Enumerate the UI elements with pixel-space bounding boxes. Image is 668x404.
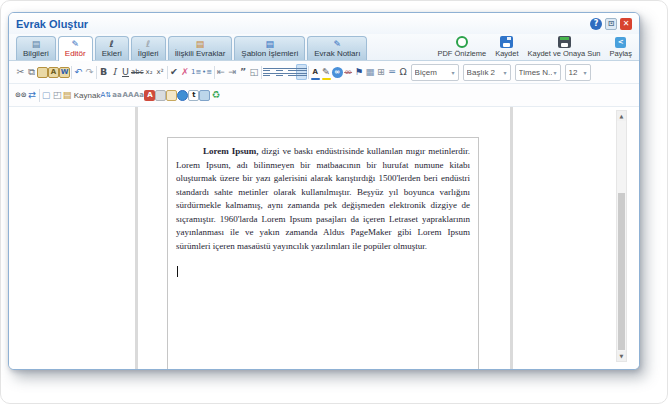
copy-button[interactable]: ⧉ [26,64,37,80]
editor-scrollbar[interactable]: ▲ ▼ [616,110,627,362]
uppercase-button[interactable]: AA [122,87,133,103]
align-right-button[interactable] [285,64,296,80]
popout-button[interactable]: ⊡ [605,18,617,30]
style-select-value: Biçem [415,68,437,77]
tab-sablon-islemleri[interactable]: ▤Şablon İşlemleri [234,36,305,60]
chevron-down-icon: ▾ [504,69,507,76]
superscript-button[interactable]: x² [155,64,166,80]
lowercase-button[interactable]: aa [111,87,122,103]
source-button-label: Kaynak [74,91,101,100]
letterhead-button[interactable]: t [188,87,199,103]
titlecase-button[interactable]: Aa [133,87,144,103]
ilgileri-tab-icon: ℓ [146,39,150,49]
pdf-preview-button[interactable]: PDF Önizleme [437,36,486,58]
help-button[interactable]: ? [590,18,602,30]
close-button[interactable]: ✕ [620,18,632,30]
tab-bilgileri[interactable]: ▤Bilgileri [16,36,56,60]
tab-label: Evrak Notları [314,49,360,58]
size-select[interactable]: 12▾ [565,64,591,81]
bold-icon: B [100,67,107,77]
bold-button[interactable]: B [98,64,109,80]
table-button[interactable]: ⊞ [376,64,387,80]
justify-button[interactable] [296,64,307,80]
tab-ekleri[interactable]: ℓEkleri [95,36,129,60]
replace-button[interactable]: ⇄ [27,87,38,103]
scroll-up-button[interactable]: ▲ [617,111,626,121]
color-accent-bar [322,78,331,80]
special-char-button[interactable]: Ω [398,64,409,80]
share-icon: < [615,37,626,48]
underline-button[interactable]: U [120,64,131,80]
strikethrough-button[interactable]: abc [131,64,144,80]
image-button[interactable]: ▦ [365,64,376,80]
numbered-list-button[interactable]: 1≡ [191,64,202,80]
case-transform-button[interactable]: A⇅ [100,87,111,103]
italic-button[interactable]: I [109,64,120,80]
tab-iliskili-evraklar[interactable]: ▤İlişkili Evraklar [168,36,233,60]
refresh-button[interactable]: ♻ [210,87,221,103]
format-select[interactable]: Başlık 2▾ [463,64,511,81]
tab-evrak-notlari[interactable]: ✎Evrak Notları [307,36,367,60]
tab-ilgileri[interactable]: ℓİlgileri [131,36,166,60]
save-icon [500,36,513,48]
scroll-down-button[interactable]: ▼ [617,351,626,361]
maximize-button[interactable]: ◰ [52,87,63,103]
paste-word-button[interactable]: W [59,64,70,80]
paste-button[interactable] [37,64,48,80]
align-left-button[interactable] [263,64,274,80]
text-color-button[interactable]: A [310,64,321,80]
copy-formatting-button[interactable]: ✔ [169,64,180,80]
action-buttons: PDF ÖnizlemeKaydetKaydet ve Onaya Sun<Pa… [437,36,632,60]
find-icon: ⊙⊙ [15,92,27,99]
subscript-button[interactable]: x₂ [144,64,155,80]
editor-tab-icon: ✎ [71,39,79,49]
image-icon: ▦ [366,67,375,77]
undo-button[interactable]: ↶ [73,64,84,80]
editor-canvas[interactable]: Lorem Ipsum, dizgi ve baskı endüstrisind… [9,107,639,369]
superscript-icon: x² [157,69,164,76]
cut-button[interactable]: ✂ [15,64,26,80]
tab-label: İlişkili Evraklar [175,49,226,58]
indent-button[interactable]: ⇥ [227,64,238,80]
subscript-icon: x₂ [146,69,153,76]
div-container-button[interactable]: ◱ [249,64,260,80]
note-button[interactable] [166,87,177,103]
paste-text-button[interactable]: A [48,64,59,80]
source-button[interactable]: ▤Kaynak [63,87,101,103]
pdf-preview-icon [456,36,468,48]
bg-color-button[interactable]: ✎ [321,64,332,80]
font-select[interactable]: Times N...▾ [515,64,561,81]
save-button-label: Kaydet [495,49,518,58]
scrollbar-thumb[interactable] [618,193,625,350]
page-break-button[interactable]: ═ [387,64,398,80]
separator [71,66,72,79]
table-icon: ⊞ [377,67,385,77]
insert-image-button[interactable] [199,87,210,103]
italic-icon: I [113,67,117,77]
save-button[interactable]: Kaydet [495,36,518,58]
find-button[interactable]: ⊙⊙ [15,87,27,103]
redo-button[interactable]: ↷ [84,64,95,80]
remove-format-icon: ✗ [181,67,189,77]
anchor-button[interactable]: ⚑ [354,64,365,80]
web-button[interactable] [177,87,188,103]
chevron-down-icon: ▾ [452,69,455,76]
lowercase-icon: aa [112,92,121,99]
text-caret [177,266,178,277]
document-edit-area[interactable]: Lorem Ipsum, dizgi ve baskı endüstrisind… [167,137,479,369]
style-select[interactable]: Biçem▾ [411,64,459,81]
outdent-button[interactable]: ⇤ [216,64,227,80]
link-button[interactable]: ∞ [332,64,343,80]
archive-button[interactable] [155,87,166,103]
remove-format-button[interactable]: ✗ [180,64,191,80]
align-center-button[interactable] [274,64,285,80]
export-pdf-button[interactable]: A [144,87,155,103]
share-button[interactable]: <Paylaş [609,37,632,58]
bullet-list-button[interactable]: •≡ [202,64,213,80]
tab-editor[interactable]: ✎Editör [58,36,93,61]
save-and-submit-button[interactable]: Kaydet ve Onaya Sun [528,36,601,58]
select-all-button[interactable]: ▢ [41,87,52,103]
tab-label: Editör [65,49,86,58]
unlink-button[interactable]: ∞ [343,64,354,80]
blockquote-button[interactable]: ” [238,64,249,80]
